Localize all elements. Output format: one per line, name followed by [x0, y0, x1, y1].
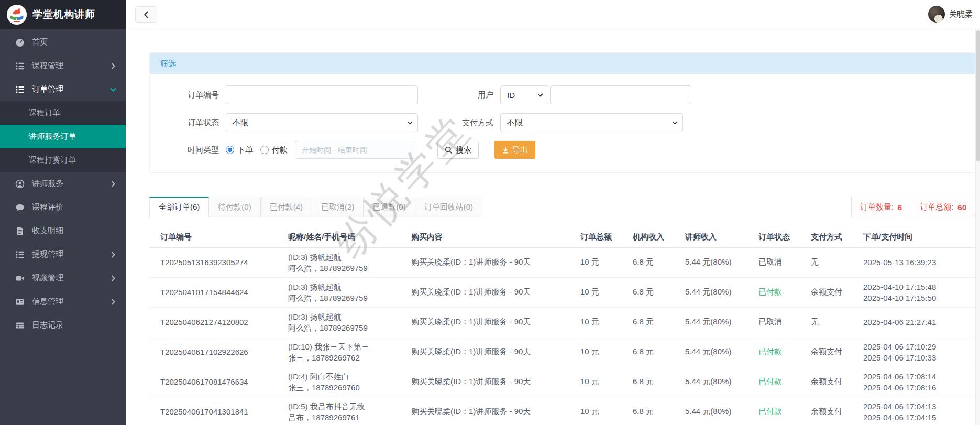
- col-status: 订单状态: [754, 227, 807, 247]
- pay-method-select[interactable]: 不限: [500, 113, 683, 132]
- sidebar-item-course-review[interactable]: 课程评价: [0, 195, 126, 219]
- table-row: T2025051316392305274 (ID:3) 扬帆起航阿么浩，1878…: [149, 247, 975, 277]
- search-icon: [445, 146, 453, 154]
- tab-pending-payment[interactable]: 待付款(0): [209, 197, 260, 217]
- cell-pay-method: 余额支付: [807, 337, 859, 367]
- topbar: 关晓柔: [126, 0, 980, 29]
- table-row: T2025040617041301841 (ID:5) 我吕布抖音无敌吕布，18…: [149, 397, 975, 425]
- cell-user: (ID:10) 我张三天下第三张三，18789269762: [284, 337, 407, 367]
- user-nickname: (ID:3) 扬帆起航: [288, 281, 404, 292]
- sidebar-item-home[interactable]: 首页: [0, 30, 126, 54]
- user-nickname: (ID:10) 我张三天下第三: [288, 341, 404, 352]
- date-range-input[interactable]: [295, 141, 415, 159]
- tab-refunded[interactable]: 已退款(0): [364, 197, 415, 217]
- sidebar-item-income-detail[interactable]: 收支明细: [0, 219, 126, 243]
- col-content: 购买内容: [407, 227, 576, 247]
- sidebar-item-withdraw-mgmt[interactable]: 提现管理: [0, 243, 126, 266]
- cell-user: (ID:4) 阿白不姓白张三，18789269760: [284, 367, 407, 397]
- dashboard-icon: [15, 38, 25, 47]
- sidebar-item-log[interactable]: 日志记录: [0, 313, 126, 337]
- order-status: 已付款: [758, 347, 782, 356]
- cell-user: (ID:5) 我吕布抖音无敌吕布，18789269761: [284, 397, 407, 425]
- time-type-order-radio[interactable]: [226, 146, 234, 154]
- sidebar-item-lecturer-service-orders[interactable]: 讲师服务订单: [0, 125, 126, 148]
- export-button[interactable]: 导出: [494, 141, 535, 159]
- sidebar-item-course-reward-orders[interactable]: 课程打赏订单: [0, 148, 126, 172]
- tab-paid[interactable]: 已付款(4): [261, 197, 312, 217]
- cell-content: 购买关晓柔(ID：1)讲师服务 - 90天: [407, 247, 576, 277]
- order-count-label: 订单数量:: [860, 202, 894, 212]
- time-type-order-label: 下单: [237, 145, 253, 155]
- back-button[interactable]: [135, 6, 157, 23]
- order-status-label: 订单状态: [150, 118, 226, 128]
- pay-method-label: 支付方式: [418, 118, 500, 128]
- sidebar-item-course-orders[interactable]: 课程订单: [0, 101, 126, 125]
- app-title: 学堂机构讲师: [32, 8, 95, 21]
- time-type-pay-radio[interactable]: [260, 146, 269, 154]
- filter-row-2: 订单状态 不限 支付方式 不限: [150, 113, 964, 132]
- pay-time: 2025-04-06 17:08:16: [863, 382, 972, 393]
- cell-time: 2025-04-06 21:27:41: [859, 307, 975, 337]
- tabs-row: 全部订单(6) 待付款(0) 已付款(4) 已取消(2) 已退款(0) 订单回收…: [149, 197, 975, 217]
- user-circle-icon: [15, 179, 25, 189]
- sidebar-item-label: 提现管理: [32, 249, 63, 259]
- order-total-value: 60: [957, 203, 966, 212]
- sidebar-item-lecturer-service[interactable]: 讲师服务: [0, 172, 126, 195]
- order-time: 2025-04-06 17:10:29: [863, 341, 972, 352]
- pay-time: 2025-04-06 17:10:33: [863, 352, 972, 363]
- list-ol-icon: [15, 61, 25, 71]
- user-label: 用户: [418, 90, 500, 100]
- user-nickname: (ID:4) 阿白不姓白: [288, 371, 404, 382]
- order-time: 2025-04-06 17:08:14: [863, 371, 972, 382]
- cell-time: 2025-05-13 16:39:23: [859, 247, 975, 277]
- scrollbar-thumb[interactable]: [976, 30, 980, 161]
- sidebar-logo-bar: 学堂机构讲师: [0, 0, 126, 29]
- search-button[interactable]: 搜索: [437, 141, 479, 159]
- sidebar-item-label: 课程订单: [29, 108, 60, 118]
- search-button-label: 搜索: [456, 145, 471, 155]
- video-camera-icon: [15, 274, 25, 283]
- sidebar-item-video-mgmt[interactable]: 视频管理: [0, 266, 126, 290]
- tab-all-orders[interactable]: 全部订单(6): [149, 197, 209, 217]
- cell-user: (ID:3) 扬帆起航阿么浩，18789269759: [284, 247, 407, 277]
- filter-panel-header[interactable]: 筛选: [150, 53, 975, 74]
- time-type-label: 时间类型: [150, 145, 226, 155]
- chevron-down-icon: [672, 121, 678, 125]
- pay-time: 2025-04-10 17:15:50: [863, 292, 972, 303]
- user-menu[interactable]: 关晓柔: [928, 6, 973, 23]
- order-status: 已取消: [758, 257, 782, 266]
- col-org-income: 机构收入: [629, 227, 681, 247]
- user-value-input[interactable]: [550, 85, 691, 104]
- user-nickname: (ID:3) 扬帆起航: [288, 311, 404, 322]
- sidebar-item-course-mgmt[interactable]: 课程管理: [0, 54, 126, 78]
- cell-status: 已付款: [754, 397, 807, 425]
- table-row: T2025040617081476634 (ID:4) 阿白不姓白张三，1878…: [149, 367, 975, 397]
- order-total-label: 订单总额:: [920, 202, 953, 212]
- user-field-type-select[interactable]: ID: [500, 85, 548, 104]
- filter-panel-body: 订单编号 用户 ID 订单状态 不限: [150, 74, 975, 172]
- sidebar-item-label: 课程管理: [32, 61, 63, 71]
- sidebar-item-label: 首页: [32, 37, 48, 47]
- sidebar-item-info-mgmt[interactable]: 信息管理: [0, 290, 126, 313]
- order-status: 已付款: [758, 407, 782, 416]
- chevron-right-icon: [111, 180, 115, 187]
- cell-content: 购买关晓柔(ID：1)讲师服务 - 90天: [407, 397, 576, 425]
- cell-order-no: T2025040621274120802: [149, 307, 284, 337]
- order-tabs: 全部订单(6) 待付款(0) 已付款(4) 已取消(2) 已退款(0) 订单回收…: [149, 197, 482, 217]
- sidebar: 学堂机构讲师 首页 课程管理 订单管理: [0, 0, 126, 425]
- order-status-select[interactable]: 不限: [226, 113, 418, 132]
- sidebar-item-label: 信息管理: [32, 297, 63, 307]
- app-logo-icon: [7, 5, 27, 25]
- sidebar-item-label: 课程评价: [32, 202, 63, 212]
- sidebar-item-order-mgmt[interactable]: 订单管理: [0, 78, 126, 101]
- col-user: 昵称/姓名/手机号码: [284, 227, 407, 247]
- cell-content: 购买关晓柔(ID：1)讲师服务 - 90天: [407, 367, 576, 397]
- avatar[interactable]: [928, 6, 945, 23]
- tab-recycle-bin[interactable]: 订单回收站(0): [415, 197, 482, 217]
- cell-total: 10 元: [576, 337, 629, 367]
- order-no-input[interactable]: [226, 85, 418, 104]
- tab-cancelled[interactable]: 已取消(2): [312, 197, 364, 217]
- cell-time: 2025-04-06 17:04:132025-04-06 17:04:15: [859, 397, 975, 425]
- cell-status: 已取消: [754, 307, 807, 337]
- scrollbar-track[interactable]: [975, 29, 980, 425]
